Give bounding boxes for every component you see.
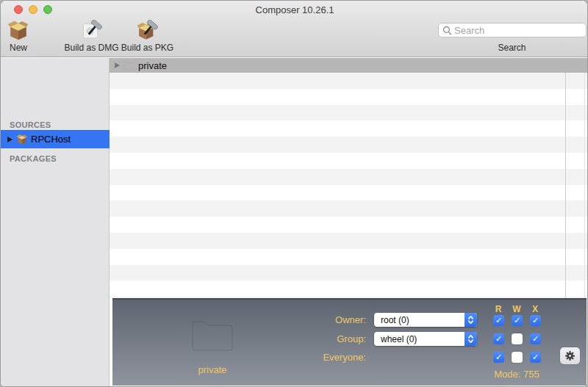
gear-button[interactable] [560,347,580,364]
group-dropdown[interactable]: wheel (0) [374,332,477,346]
checkbox-owner-write[interactable] [512,315,523,326]
sidebar-item-rpchost[interactable]: RPCHost [1,130,110,148]
folder-icon [123,61,135,70]
group-label: Group: [278,333,366,344]
right-gutter-line [584,58,585,298]
toolbar-button-label: New [10,43,27,53]
sidebar-item-label: RPCHost [31,134,71,145]
toolbar-build-dmg-button[interactable]: Build as DMG [62,18,121,53]
build-dmg-icon [82,18,102,42]
sidebar-header-sources: SOURCES [10,120,51,129]
checkbox-everyone-read[interactable] [493,352,504,363]
toolbar-new-button[interactable]: New [3,18,34,53]
search-field[interactable] [438,23,587,37]
disclosure-triangle-icon[interactable] [115,62,120,68]
file-list-background [110,73,588,298]
titlebar-toolbar: Composer 10.26.1 New Build as DMG [1,1,588,57]
checkbox-group-write[interactable] [512,333,523,344]
everyone-label: Everyone: [278,352,366,363]
owner-dropdown[interactable]: root (0) [374,313,477,327]
file-list-pane: private private Owner: root (0) Group: w… [110,58,588,387]
column-divider[interactable] [565,58,566,298]
toolbar-build-pkg-button[interactable]: Build as PKG [121,18,174,53]
composer-window: Composer 10.26.1 New Build as DMG [0,0,588,387]
sidebar-header-packages: PACKAGES [10,154,57,163]
file-row-private[interactable]: private [110,58,588,73]
stepper-arrows-icon[interactable] [465,332,477,346]
checkbox-everyone-execute[interactable] [530,352,541,363]
checkbox-owner-read[interactable] [493,315,504,326]
file-row-label: private [138,60,167,71]
stepper-arrows-icon[interactable] [465,313,477,327]
group-dropdown-value: wheel (0) [374,334,465,344]
checkbox-everyone-write[interactable] [512,352,523,363]
disclosure-triangle-icon[interactable] [7,137,12,142]
new-package-icon [7,18,29,42]
checkbox-group-read[interactable] [493,333,504,344]
search-caption: Search [481,43,543,53]
mode-label: Mode: 755 [480,369,553,380]
checkbox-owner-execute[interactable] [530,315,541,326]
owner-label: Owner: [278,314,366,325]
toolbar-button-label: Build as DMG [64,43,118,53]
checkbox-group-execute[interactable] [530,333,541,344]
window-title: Composer 10.26.1 [1,4,588,15]
folder-icon-large [191,319,234,352]
permissions-panel: private Owner: root (0) Group: wheel (0)… [112,298,587,386]
sidebar: SOURCES RPCHost PACKAGES [1,58,110,387]
perm-column-execute: X [524,304,546,314]
search-icon [442,26,452,35]
gear-icon [564,350,576,361]
build-pkg-icon [137,18,158,42]
selected-file-name: private [168,364,257,375]
toolbar-button-label: Build as PKG [121,43,173,53]
search-input[interactable] [452,25,586,36]
owner-dropdown-value: root (0) [374,315,465,325]
package-icon [16,134,28,145]
